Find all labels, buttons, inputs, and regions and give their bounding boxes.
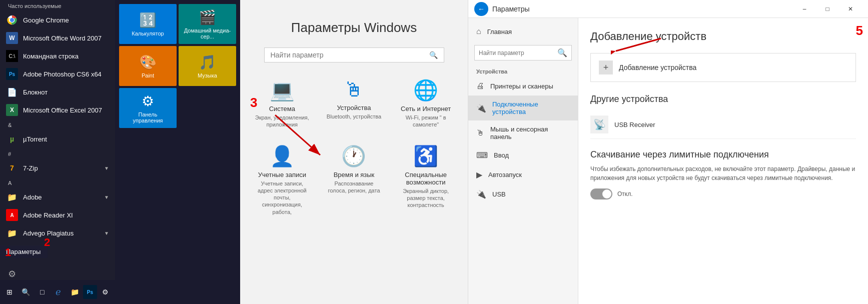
ws-accessibility-title: Специальные возможности	[398, 171, 454, 186]
download-title: Скачивание через лимитные подключения	[590, 149, 856, 160]
menu-item-notepad[interactable]: 📄 Блокнот	[0, 83, 115, 101]
ws-search-input[interactable]	[271, 51, 429, 59]
ps-icon: Ps	[6, 68, 18, 80]
ws-devices-title: Устройства	[337, 104, 371, 112]
paint-tile-label: Paint	[142, 72, 154, 78]
menu-item-ps[interactable]: Ps Adobe Photoshop CS6 x64	[0, 65, 115, 83]
download-section: Скачивание через лимитные подключения Чт…	[590, 149, 856, 200]
control-panel-tile-icon: ⚙	[142, 93, 154, 110]
menu-item-cmd[interactable]: C:\ Командная строка	[0, 47, 115, 65]
annotation-2: 2	[44, 236, 50, 249]
ws-item-system[interactable]: 💻 Система Экран, уведомления, приложения	[250, 74, 314, 132]
ws-network-sub: Wi-Fi, режим " в самолете"	[398, 114, 454, 128]
ws-item-devices[interactable]: 🖱 Устройства Bluetooth, устройства	[322, 74, 386, 132]
music-tile-label: Музыка	[198, 72, 217, 78]
ws-item-accessibility[interactable]: ♿ Специальные возможности Экранный дикто…	[394, 140, 458, 220]
excel-icon: X	[6, 104, 18, 116]
taskbar: ⊞ 🔍 □ ℯ 📁 Ps ⚙	[0, 280, 115, 304]
autoplay-icon: ▶	[476, 170, 482, 180]
annotation-arrow-4	[578, 43, 586, 83]
device-item-usb[interactable]: 📡 USB Receiver	[590, 110, 856, 139]
sw-usb-label: USB	[492, 190, 506, 198]
sw-sidebar: ⌂ Главная 🔍 Устройства 🖨 Принтеры и скан…	[468, 18, 578, 304]
sw-sidebar-search-input[interactable]	[479, 50, 557, 56]
other-devices-title: Другие устройства	[590, 94, 856, 104]
utorrent-label: µTorrent	[23, 136, 109, 143]
ws-network-title: Сеть и Интернет	[401, 105, 451, 112]
sw-nav-printers[interactable]: 🖨 Принтеры и сканеры	[468, 76, 578, 96]
ws-accessibility-icon: ♿	[413, 144, 438, 168]
menu-item-adobe-reader[interactable]: A Adobe Reader XI	[0, 206, 115, 224]
ws-system-sub: Экран, уведомления, приложения	[254, 114, 310, 128]
sw-nav-input[interactable]: ⌨ Ввод	[468, 146, 578, 165]
sw-nav-home[interactable]: ⌂ Главная	[468, 22, 578, 41]
explorer-btn[interactable]: 📁	[67, 283, 82, 301]
sw-nav-mouse[interactable]: 🖱 Мышь и сенсорная панель	[468, 120, 578, 146]
tile-music[interactable]: 🎵 Музыка	[179, 46, 236, 86]
ws-devices-icon: 🖱	[344, 78, 364, 101]
toggle-container: Откл.	[590, 188, 856, 200]
adobe-folder-icon: 📁	[6, 191, 18, 203]
sw-main-content: 4 5 Добавление устройств + Добавление ус…	[578, 18, 868, 304]
utorrent-icon: µ	[6, 133, 18, 145]
menu-item-excel[interactable]: X Microsoft Office Excel 2007	[0, 101, 115, 119]
menu-item-word[interactable]: W Microsoft Office Word 2007	[0, 29, 115, 47]
search-btn[interactable]: 🔍	[18, 283, 33, 301]
tile-calculator[interactable]: 🔢 Калькулятор	[119, 4, 177, 44]
menu-item-7zip[interactable]: 7 7-Zip ▼	[0, 159, 115, 177]
excel-label: Microsoft Office Excel 2007	[23, 106, 109, 114]
ps-taskbar-btn[interactable]: Ps	[83, 285, 97, 299]
ws-search-icon: 🔍	[429, 51, 438, 59]
annotation-1: 1	[5, 246, 11, 259]
start-btn[interactable]: ⊞	[2, 283, 17, 301]
tile-control-panel[interactable]: ⚙ Панель управления	[119, 88, 177, 128]
ws-item-network[interactable]: 🌐 Сеть и Интернет Wi-Fi, режим " в самол…	[394, 74, 458, 132]
sw-nav-connected[interactable]: 🔌 Подключенные устройства	[468, 96, 578, 120]
settings-taskbar-btn[interactable]: ⚙	[98, 283, 113, 301]
sw-back-button[interactable]: ←	[474, 2, 488, 16]
sw-nav-usb[interactable]: 🔌 USB	[468, 184, 578, 204]
mouse-icon: 🖱	[476, 128, 484, 138]
ws-network-icon: 🌐	[413, 78, 438, 102]
edge-btn[interactable]: ℯ	[51, 283, 66, 301]
notepad-label: Блокнот	[23, 88, 109, 96]
sw-minimize-btn[interactable]: –	[793, 1, 816, 17]
sw-nav-autoplay[interactable]: ▶ Автозапуск	[468, 165, 578, 184]
ws-devices-sub: Bluetooth, устройства	[327, 113, 381, 120]
input-icon: ⌨	[476, 150, 488, 160]
settings-window: ← Параметры – □ ✕ ⌂ Главная 🔍 Устройства	[468, 0, 868, 304]
sw-sidebar-search[interactable]: 🔍	[474, 45, 572, 60]
sw-main-title: Добавление устройств	[590, 30, 856, 43]
ws-accessibility-sub: Экранный диктор, размер текста, контраст…	[398, 188, 454, 209]
7zip-icon: 7	[6, 162, 18, 174]
ws-item-accounts[interactable]: 👤 Учетные записи Учетные записи, адрес э…	[250, 140, 314, 220]
menu-item-chrome[interactable]: Google Chrome	[0, 11, 115, 29]
start-menu: Часто используемые Google Chrome W Micro…	[0, 0, 240, 304]
tile-media-server[interactable]: 🎬 Домашний медиа-сер...	[179, 4, 236, 44]
menu-item-adobe[interactable]: 📁 Adobe ▼	[0, 188, 115, 206]
hash-separator: #	[0, 148, 115, 159]
adobe-chevron: ▼	[104, 194, 109, 200]
word-icon: W	[6, 32, 18, 44]
annotation-3: 3	[250, 95, 257, 110]
sw-devices-header: Устройства	[468, 64, 578, 76]
sw-close-btn[interactable]: ✕	[839, 1, 862, 17]
menu-item-advego[interactable]: 📁 Advego Plagiatus ▼	[0, 224, 115, 242]
add-device-button[interactable]: + Добавление устройства	[590, 53, 856, 82]
home-icon: ⌂	[476, 27, 481, 36]
ws-accounts-icon: 👤	[270, 144, 295, 168]
connected-icon: 🔌	[476, 104, 486, 113]
tile-paint[interactable]: 🎨 Paint	[119, 46, 177, 86]
ws-item-time[interactable]: 🕐 Время и язык Распознавание голоса, рег…	[322, 140, 386, 220]
paint-tile-icon: 🎨	[139, 54, 157, 70]
windows-settings-search[interactable]: 🔍	[264, 48, 444, 62]
cmd-icon: C:\	[6, 50, 18, 62]
sw-printers-label: Принтеры и сканеры	[490, 82, 553, 90]
7zip-chevron: ▼	[104, 166, 109, 171]
download-toggle[interactable]	[590, 188, 612, 200]
svg-point-1	[10, 18, 14, 22]
sw-maximize-btn[interactable]: □	[816, 1, 839, 17]
menu-item-utorrent[interactable]: µ µTorrent	[0, 130, 115, 148]
usb-receiver-icon: 📡	[590, 116, 608, 134]
task-view-btn[interactable]: □	[35, 283, 50, 301]
